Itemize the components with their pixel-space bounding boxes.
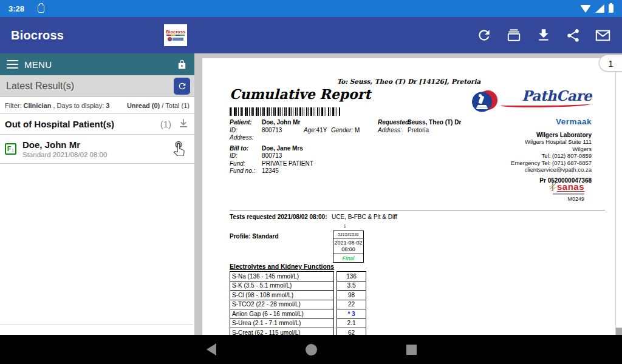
app-logo-subtext <box>173 38 183 41</box>
patient-info-block: Patient: Doe, John Mr ID: 800713 Age:41Y… <box>230 119 360 175</box>
patient-list-item[interactable]: F↓ Doe, John Mr Standard 2021/08/02 08:0… <box>0 135 194 164</box>
lab-brand-sub: Vermaak <box>434 117 592 126</box>
sanas-code: M0249 <box>549 196 584 202</box>
section-title: Out of Hospital Patient(s) <box>5 119 114 129</box>
patient-subtitle: Standard 2021/08/02 08:00 <box>22 150 107 159</box>
download-button[interactable] <box>536 27 552 43</box>
filter-value: Clinician <box>24 102 52 109</box>
sanas-smallprint <box>553 193 584 195</box>
share-button[interactable] <box>566 28 581 43</box>
clock: 3:28 <box>9 4 24 13</box>
pdf-page: To: Seuss, Theo (T) Dr [14126], Pretoria… <box>202 58 616 364</box>
result-test-value: 22 <box>337 300 366 310</box>
page-number-indicator: 1 <box>599 55 622 72</box>
hamburger-icon[interactable] <box>7 60 18 69</box>
wifi-icon <box>580 5 591 13</box>
pathcare-wordmark: PathCare <box>522 89 592 103</box>
specimen-number: 531531531 <box>333 231 363 238</box>
tests-requested-row: Tests requested 2021/08/02 08:00: UCE, B… <box>230 214 327 220</box>
sidebar: MENU Latest Result(s) Filter: Clinician … <box>0 53 194 364</box>
app-logo-colorbar <box>166 35 185 36</box>
battery-icon <box>609 4 613 13</box>
section-download-icon[interactable] <box>177 117 190 132</box>
result-test-value: * 3 <box>337 309 366 319</box>
result-test-name: S-Na (136 - 145 mmol/L) <box>230 272 333 281</box>
cellular-signal-icon <box>595 4 604 13</box>
sanas-emblem-icon <box>549 181 557 192</box>
total-count: / Total (1) <box>162 102 190 109</box>
unread-count: Unread (0) <box>127 102 160 109</box>
result-test-name: S-K (3.5 - 5.1 mmol/L) <box>230 281 333 291</box>
report-divider <box>230 210 605 211</box>
refresh-button[interactable] <box>476 27 492 43</box>
home-button[interactable] <box>306 344 317 356</box>
result-test-value: 3.5 <box>337 281 366 291</box>
barcode <box>230 107 341 116</box>
viewer-gutter-top <box>194 53 622 58</box>
result-file-icon: F↓ <box>5 143 16 155</box>
result-status: Final <box>333 254 363 262</box>
filter-label: Filter: <box>5 102 22 109</box>
pages-button[interactable] <box>506 27 522 43</box>
notification-icon <box>38 4 44 13</box>
lab-block: PathCare Vermaak Wilgers Laboratory Wilg… <box>434 89 592 184</box>
result-test-value: 2.1 <box>337 319 366 329</box>
results-refresh-button[interactable] <box>174 78 190 95</box>
section-out-of-hospital[interactable]: Out of Hospital Patient(s) (1) <box>0 114 194 135</box>
result-test-value: 98 <box>337 291 366 300</box>
app-logo-text: Biocross <box>166 30 185 35</box>
result-test-name: S-Urea (2.1 - 7.1 mmol/L) <box>230 319 333 329</box>
filter-days-label: , Days to display: <box>53 102 104 109</box>
panel-title: Latest Result(s) <box>6 81 74 92</box>
lock-icon[interactable] <box>177 59 187 70</box>
app-bar: Biocross Biocross <box>0 17 622 53</box>
tap-hand-icon <box>171 140 187 158</box>
viewer-gutter-left <box>194 53 202 364</box>
filter-row: Filter: Clinician , Days to display: 3 U… <box>0 97 194 114</box>
android-nav-bar <box>0 335 622 364</box>
app-title: Biocross <box>11 29 64 42</box>
report-to-line: To: Seuss, Theo (T) Dr [14126], Pretoria <box>202 78 615 85</box>
patient-name: Doe, John Mr <box>22 140 107 150</box>
lab-name: Wilgers Laboratory <box>434 132 592 138</box>
back-button[interactable] <box>207 343 216 356</box>
section-count: (1) <box>160 119 171 129</box>
report-title: Cumulative Report <box>230 86 371 102</box>
sanas-wordmark: sanas <box>557 182 584 192</box>
arrow-down-glyph: ↓ <box>343 221 347 229</box>
filter-days-value: 3 <box>106 102 109 109</box>
app-logo-globe-icon <box>168 37 172 41</box>
results-panel-header: Latest Result(s) <box>0 75 194 97</box>
result-test-name: S-TCO2 (22 - 28 mmol/L) <box>230 300 333 310</box>
sidebar-divider <box>0 325 193 325</box>
result-test-name: S-Cl (98 - 108 mmol/L) <box>230 291 333 300</box>
app-logo: Biocross <box>164 24 187 46</box>
pathcare-logo-icon <box>471 89 498 115</box>
pathcare-swoosh <box>501 102 592 107</box>
pdf-viewer[interactable]: To: Seuss, Theo (T) Dr [14126], Pretoria… <box>194 53 622 364</box>
menu-label: MENU <box>24 59 52 70</box>
sanas-block: sanas M0249 <box>549 181 584 202</box>
results-section-heading: Electrolytes and Kidney Functions <box>230 263 334 270</box>
results-table: S-Na (136 - 145 mmol/L)S-K (3.5 - 5.1 mm… <box>230 271 366 338</box>
result-column-header: 531531531 2021-08-02 08:00 Final <box>333 231 364 263</box>
profile-label: Profile: Standard <box>230 233 279 240</box>
result-test-value: 136 <box>337 272 366 281</box>
status-bar: 3:28 <box>0 0 622 17</box>
recents-button[interactable] <box>406 345 417 355</box>
menu-bar[interactable]: MENU <box>0 53 194 75</box>
result-test-name: Anion Gap (6 - 16 mmol/L) <box>230 309 333 319</box>
screen: 3:28 Biocross Biocross <box>0 0 622 364</box>
email-button[interactable] <box>595 27 611 44</box>
